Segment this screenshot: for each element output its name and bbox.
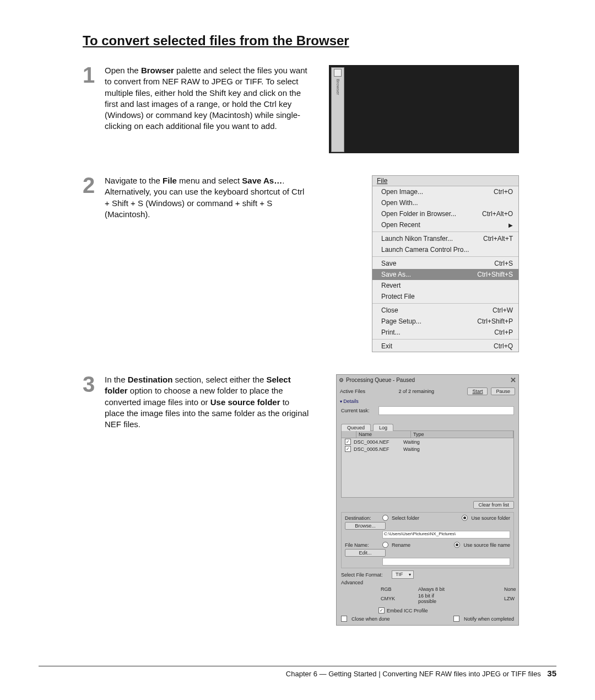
browser-tab-label: Browser <box>336 79 340 95</box>
cmyk-label: CMYK <box>381 596 395 601</box>
destination-section: Destination: Select folder Use source fo… <box>341 512 514 568</box>
use-source-folder-radio[interactable] <box>462 515 468 521</box>
step-2: 2 Navigate to the File menu and select S… <box>83 175 556 352</box>
tab-log[interactable]: Log <box>373 424 393 431</box>
step-1: 1 Open the Browser palette and select th… <box>83 65 556 153</box>
menu-item[interactable]: Print...Ctrl+P <box>372 327 518 338</box>
menu-item[interactable]: Save As...Ctrl+Shift+S <box>372 269 518 280</box>
path-field[interactable]: C:\Users\User\Pictures\NX_Pictures\ <box>382 531 510 539</box>
pause-button[interactable]: Pause <box>491 387 515 395</box>
footer-breadcrumb: Chapter 6 — Getting Started | Converting… <box>286 670 541 678</box>
use-source-folder-label: Use source folder <box>471 515 510 521</box>
close-icon[interactable]: ✕ <box>510 376 516 384</box>
row-filename: DSC_0005.NEF <box>354 446 401 452</box>
browser-tabbar: Browser <box>331 67 344 152</box>
close-when-done-check[interactable] <box>341 616 347 622</box>
menu-item[interactable]: Launch Camera Control Pro... <box>372 244 518 255</box>
menu-item[interactable]: Open With... <box>372 197 518 208</box>
tab-queued[interactable]: Queued <box>341 424 371 431</box>
menu-item[interactable]: CloseCtrl+W <box>372 305 518 316</box>
file-menu-title[interactable]: File <box>372 176 518 186</box>
file-menu-items: Open Image...Ctrl+OOpen With...Open Fold… <box>372 186 518 352</box>
select-folder-label: Select folder <box>392 515 419 521</box>
step-1-number: 1 <box>83 65 98 85</box>
menu-item[interactable]: Protect File <box>372 291 518 302</box>
advanced-label[interactable]: Advanced <box>341 580 514 585</box>
pq-title: Processing Queue - Paused <box>346 377 415 383</box>
processing-queue-dialog: ⚙Processing Queue - Paused ✕ Active File… <box>336 374 519 626</box>
embed-icc-label: Embed ICC Profile <box>387 608 428 613</box>
step-3: 3 In the Destination section, select eit… <box>83 374 556 626</box>
rename-radio[interactable] <box>382 542 388 548</box>
notify-label: Notify when completed <box>464 616 514 622</box>
file-menu: File Open Image...Ctrl+OOpen With...Open… <box>372 175 519 352</box>
step-3-number: 3 <box>83 374 98 394</box>
list-item[interactable]: ✓ DSC_0004.NEF Waiting <box>342 438 513 445</box>
current-task-label: Current task: <box>341 408 374 413</box>
menu-item[interactable]: SaveCtrl+S <box>372 258 518 269</box>
rgb-label: RGB <box>381 586 392 592</box>
destination-label: Destination: <box>345 515 379 521</box>
use-source-name-radio[interactable] <box>454 542 460 548</box>
menu-item[interactable]: Revert <box>372 280 518 291</box>
close-when-done-label: Close when done <box>351 616 390 622</box>
menu-item[interactable]: Launch Nikon Transfer...Ctrl+Alt+T <box>372 233 518 244</box>
row-checkbox[interactable]: ✓ <box>345 446 351 452</box>
select-folder-radio[interactable] <box>382 515 388 521</box>
menu-item[interactable]: ExitCtrl+Q <box>372 341 518 352</box>
row-status: Waiting <box>403 439 420 445</box>
menu-item[interactable]: Open Image...Ctrl+O <box>372 186 518 197</box>
16bit-label: 16 bit if possible <box>418 593 449 604</box>
menu-item[interactable]: Open Recent▶ <box>372 219 518 230</box>
browser-palette-screenshot: Browser <box>329 65 519 153</box>
notify-check[interactable] <box>453 616 459 622</box>
col-type: Type <box>411 431 513 438</box>
clear-from-list-button[interactable]: Clear from list <box>473 501 514 509</box>
none-label: None <box>504 586 516 592</box>
page-footer: Chapter 6 — Getting Started | Converting… <box>39 666 556 678</box>
browse-button[interactable]: Browse... <box>345 522 386 530</box>
menu-item[interactable]: Page Setup...Ctrl+Shift+P <box>372 316 518 327</box>
file-format-label: Select File Format: <box>341 572 388 578</box>
active-files-label: Active Files <box>340 389 365 394</box>
row-status: Waiting <box>403 446 420 452</box>
menu-item[interactable]: Open Folder in Browser...Ctrl+Alt+O <box>372 208 518 219</box>
queue-list: Name Type ✓ DSC_0004.NEF Waiting ✓ DSC_0… <box>341 430 514 498</box>
gear-icon: ⚙ <box>339 377 344 383</box>
row-filename: DSC_0004.NEF <box>354 439 401 445</box>
remaining-label: 2 of 2 remaining <box>369 389 464 394</box>
current-task-field <box>378 406 514 415</box>
browser-tab-icon <box>334 69 342 77</box>
file-format-select[interactable]: TIF <box>392 570 414 579</box>
page-heading: To convert selected files from the Brows… <box>83 33 556 49</box>
file-name-label: File Name: <box>345 542 379 548</box>
list-item[interactable]: ✓ DSC_0005.NEF Waiting <box>342 445 513 453</box>
step-2-text: Navigate to the File menu and select Sav… <box>105 175 311 220</box>
lzw-label: LZW <box>504 596 515 601</box>
step-2-number: 2 <box>83 175 98 195</box>
step-3-text: In the Destination section, select eithe… <box>105 374 311 430</box>
8bit-label: Always 8 bit <box>418 586 445 592</box>
page-number: 35 <box>547 669 556 678</box>
start-button[interactable]: Start <box>467 387 488 395</box>
step-1-text: Open the Browser palette and select the … <box>105 65 311 132</box>
row-checkbox[interactable]: ✓ <box>345 439 351 445</box>
embed-icc-check[interactable]: ✓ <box>378 607 385 613</box>
edit-button[interactable]: Edit... <box>345 549 386 557</box>
details-toggle[interactable]: Details <box>337 397 518 405</box>
col-name: Name <box>356 431 411 438</box>
filename-field[interactable] <box>382 558 510 566</box>
rename-label: Rename <box>392 542 410 548</box>
use-source-name-label: Use source file name <box>463 542 510 548</box>
